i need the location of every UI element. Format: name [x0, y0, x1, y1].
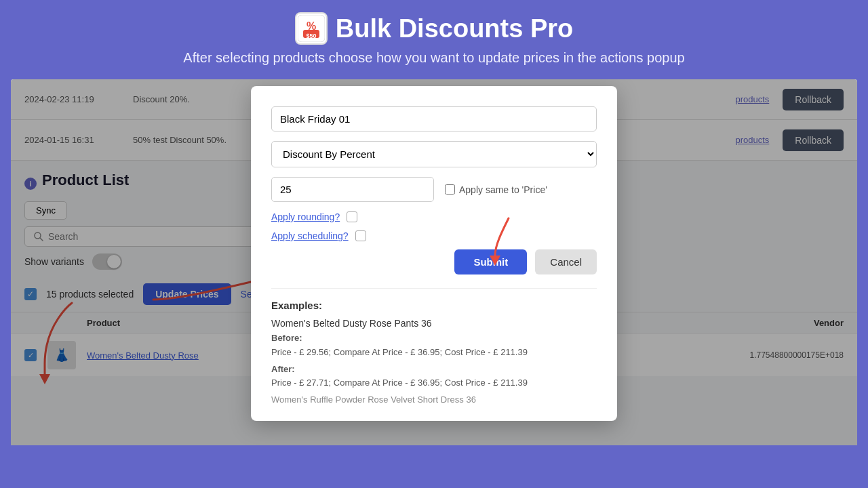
examples-section: Examples: Women's Belted Dusty Rose Pant…	[271, 288, 597, 405]
examples-title: Examples:	[271, 300, 597, 311]
app-subtitle: After selecting products choose how you …	[0, 50, 868, 66]
after-label: After:	[271, 364, 295, 374]
after-text: Price - £ 27.71; Compare At Price - £ 36…	[271, 378, 528, 388]
discount-type-select[interactable]: Discount By Percent Discount By Amount S…	[271, 141, 597, 167]
before-text: Price - £ 29.56; Compare At Price - £ 36…	[271, 347, 528, 357]
percent-input[interactable]	[271, 177, 434, 202]
example-before: Before: Price - £ 29.56; Compare At Pric…	[271, 331, 597, 360]
modal-overlay: Discount By Percent Discount By Amount S…	[11, 79, 857, 445]
app-title: Bulk Discounts Pro	[336, 14, 574, 43]
app-logo: % $50	[295, 12, 328, 45]
svg-text:$50: $50	[306, 33, 316, 39]
apply-scheduling-checkbox[interactable]	[355, 230, 366, 241]
apply-scheduling-row: Apply scheduling?	[271, 230, 597, 241]
apply-rounding-link[interactable]: Apply rounding?	[271, 211, 340, 222]
apply-rounding-row: Apply rounding?	[271, 211, 597, 222]
apply-same-label[interactable]: Apply same to 'Price'	[445, 184, 547, 195]
campaign-name-field	[271, 106, 597, 131]
cancel-button[interactable]: Cancel	[535, 249, 597, 274]
apply-scheduling-link[interactable]: Apply scheduling?	[271, 230, 349, 241]
apply-same-checkbox[interactable]	[445, 184, 455, 195]
percent-row: Apply same to 'Price'	[271, 177, 597, 202]
app-header: % $50 Bulk Discounts Pro After selecting…	[0, 0, 868, 73]
background-page: 2024-02-23 11:19 Discount 20%. products …	[11, 79, 857, 445]
modal-dialog: Discount By Percent Discount By Amount S…	[251, 86, 617, 421]
example-product-name: Women's Belted Dusty Rose Pants 36	[271, 318, 597, 329]
example-after: After: Price - £ 27.71; Compare At Price…	[271, 363, 597, 391]
apply-same-text: Apply same to 'Price'	[459, 184, 547, 195]
discount-type-field: Discount By Percent Discount By Amount S…	[271, 141, 597, 167]
submit-button[interactable]: Submit	[454, 249, 527, 274]
modal-actions: Submit Cancel	[271, 249, 597, 274]
apply-rounding-checkbox[interactable]	[347, 211, 357, 222]
campaign-name-input[interactable]	[271, 106, 597, 131]
example-more: Women's Ruffle Powder Rose Velvet Short …	[271, 394, 597, 405]
before-label: Before:	[271, 333, 302, 343]
